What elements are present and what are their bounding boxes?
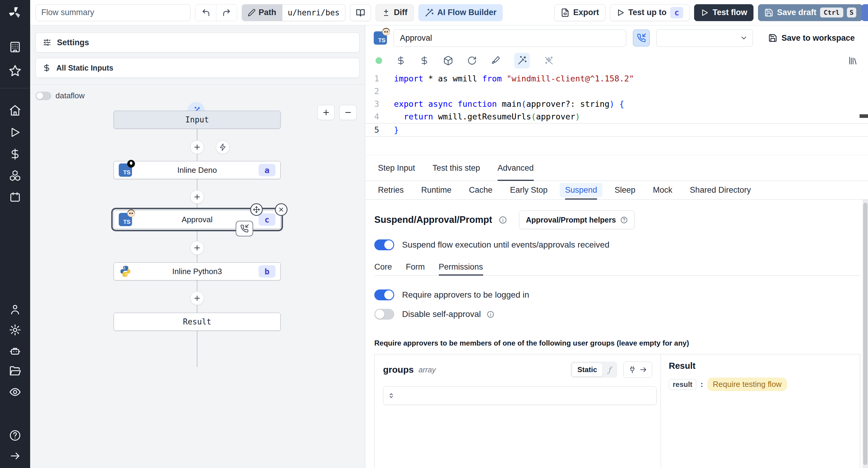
folders-icon[interactable] bbox=[7, 363, 23, 379]
save-draft-button[interactable]: Save draft Ctrl S bbox=[758, 4, 863, 21]
function-mode-button[interactable]: ƒ bbox=[603, 365, 616, 374]
tab-core[interactable]: Core bbox=[374, 259, 392, 275]
format-brush-icon[interactable] bbox=[491, 56, 500, 65]
path-control[interactable]: Path u/henri/bes bbox=[242, 4, 345, 21]
dataflow-toggle[interactable] bbox=[36, 92, 51, 100]
step-id-badge: b bbox=[258, 265, 276, 278]
insert-step-button[interactable] bbox=[190, 241, 204, 255]
diff-button[interactable]: Diff bbox=[375, 4, 414, 21]
all-static-inputs-card[interactable]: All Static Inputs bbox=[36, 58, 360, 78]
code-editor[interactable]: 1 import * as wmill from "windmill-clien… bbox=[365, 70, 868, 155]
step-node-inline-python3[interactable]: Inline Python3 b bbox=[114, 262, 281, 281]
editor-scrollbar-thumb[interactable] bbox=[860, 114, 868, 118]
move-step-handle[interactable] bbox=[250, 203, 263, 216]
panel-scrollbar[interactable] bbox=[863, 200, 868, 468]
tab-retries[interactable]: Retries bbox=[378, 181, 404, 199]
trigger-zap-button[interactable] bbox=[216, 140, 230, 154]
ai-generate-icon[interactable] bbox=[514, 53, 530, 68]
tab-early-stop[interactable]: Early Stop bbox=[510, 181, 548, 199]
step-id-badge: c bbox=[258, 213, 276, 226]
require-login-label: Require approvers to be logged in bbox=[402, 290, 529, 300]
tab-mock[interactable]: Mock bbox=[653, 181, 673, 199]
sliders-icon bbox=[42, 38, 52, 47]
typescript-icon: TS bbox=[374, 31, 387, 45]
connect-input-button[interactable] bbox=[623, 361, 652, 378]
tab-advanced[interactable]: Advanced bbox=[498, 155, 534, 181]
info-icon[interactable] bbox=[499, 216, 507, 224]
package-icon[interactable] bbox=[443, 56, 453, 66]
settings-gear-icon[interactable] bbox=[7, 322, 23, 338]
resources-icon[interactable] bbox=[7, 168, 23, 183]
insert-step-button[interactable] bbox=[190, 140, 204, 154]
home-icon[interactable] bbox=[7, 103, 23, 118]
ai-flow-builder-button[interactable]: AI Flow Builder bbox=[418, 4, 503, 21]
windmill-logo-icon[interactable] bbox=[7, 5, 23, 21]
result-key-chip[interactable]: result bbox=[669, 379, 696, 390]
result-node[interactable]: Result bbox=[114, 313, 281, 331]
flow-summary-input[interactable] bbox=[36, 4, 190, 21]
tab-step-input[interactable]: Step Input bbox=[378, 155, 415, 181]
script-version-select[interactable] bbox=[656, 29, 753, 47]
help-circle-icon bbox=[620, 216, 628, 224]
ai-fix-disabled-icon bbox=[544, 56, 554, 66]
flow-graph-panel: Settings All Static Inputs dataflow bbox=[30, 25, 365, 468]
flow-settings-card[interactable]: Settings bbox=[36, 33, 360, 53]
result-value-highlight: Require testing flow bbox=[707, 378, 787, 391]
suspend-flow-toggle-label: Suspend flow execution until events/appr… bbox=[402, 240, 610, 250]
require-login-toggle[interactable] bbox=[374, 290, 394, 300]
input-node[interactable]: Input bbox=[114, 111, 281, 129]
library-icon[interactable] bbox=[847, 56, 858, 66]
save-to-workspace-button[interactable]: Save to workspace bbox=[768, 33, 855, 43]
export-button[interactable]: Export bbox=[554, 4, 606, 21]
step-name-input[interactable] bbox=[394, 29, 626, 47]
static-mode-button[interactable]: Static bbox=[572, 363, 603, 377]
chevrons-up-down-icon bbox=[388, 392, 395, 399]
tab-sleep[interactable]: Sleep bbox=[615, 181, 635, 199]
collapse-arrow-icon[interactable] bbox=[7, 448, 23, 464]
disable-self-approval-toggle[interactable] bbox=[374, 309, 394, 320]
insert-step-button[interactable] bbox=[190, 291, 204, 305]
insert-step-button[interactable] bbox=[190, 190, 204, 204]
docs-book-button[interactable] bbox=[350, 4, 371, 21]
test-flow-button[interactable]: Test flow bbox=[694, 4, 753, 21]
workers-bot-icon[interactable] bbox=[7, 343, 23, 359]
step-node-approval-selected[interactable]: TS Approval c bbox=[114, 210, 281, 229]
tab-suspend[interactable]: Suspend bbox=[565, 181, 597, 199]
step-node-inline-deno[interactable]: TS Inline Deno a bbox=[114, 161, 281, 179]
tab-permissions[interactable]: Permissions bbox=[439, 259, 483, 275]
approval-prompt-helpers-button[interactable]: Approval/Prompt helpers bbox=[519, 210, 635, 229]
workspace-icon[interactable] bbox=[7, 39, 23, 55]
tab-test-this-step[interactable]: Test this step bbox=[433, 155, 480, 181]
tab-runtime[interactable]: Runtime bbox=[421, 181, 452, 199]
test-up-to-button[interactable]: Test up to c bbox=[610, 4, 690, 21]
zoom-in-button[interactable] bbox=[317, 105, 335, 120]
tab-form[interactable]: Form bbox=[406, 259, 425, 275]
tab-shared-directory[interactable]: Shared Directory bbox=[690, 181, 751, 199]
variable-picker-icon[interactable] bbox=[396, 56, 406, 65]
zoom-out-button[interactable] bbox=[339, 105, 356, 120]
approval-phone-button[interactable] bbox=[633, 30, 650, 47]
runs-icon[interactable] bbox=[7, 124, 23, 140]
audit-logs-eye-icon[interactable] bbox=[7, 384, 23, 400]
groups-array-input[interactable] bbox=[383, 386, 657, 405]
schedules-icon[interactable] bbox=[7, 189, 23, 205]
delete-step-button[interactable] bbox=[275, 203, 287, 216]
redo-button[interactable] bbox=[216, 4, 237, 21]
undo-button[interactable] bbox=[195, 4, 216, 21]
editor-toolbar bbox=[365, 51, 868, 70]
step-label: Inline Deno bbox=[177, 166, 217, 175]
panel-scrollbar-thumb[interactable] bbox=[863, 203, 867, 465]
deploy-button-partial[interactable] bbox=[861, 4, 868, 21]
variables-icon[interactable] bbox=[7, 146, 23, 162]
info-icon[interactable] bbox=[487, 311, 494, 318]
reset-icon[interactable] bbox=[467, 56, 477, 65]
code-line: 2 bbox=[365, 85, 868, 98]
disable-self-approval-label: Disable self-approval bbox=[402, 310, 481, 319]
suspend-flow-toggle[interactable] bbox=[374, 239, 394, 250]
favorites-star-icon[interactable] bbox=[7, 63, 23, 79]
tab-cache[interactable]: Cache bbox=[469, 181, 493, 199]
help-icon[interactable] bbox=[7, 428, 23, 443]
resource-picker-icon[interactable] bbox=[420, 56, 429, 65]
user-icon[interactable] bbox=[7, 301, 23, 317]
path-value[interactable]: u/henri/bes bbox=[282, 4, 345, 21]
